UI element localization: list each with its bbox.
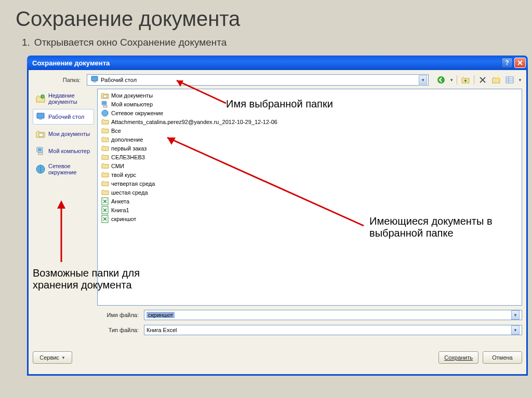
annotation-possible-folders: Возможные папки для хранения документа: [33, 267, 140, 291]
excel-icon: [101, 197, 109, 205]
place-mycomputer[interactable]: Мой компьютер: [33, 143, 94, 159]
svg-rect-4: [506, 77, 513, 83]
file-list[interactable]: Мои документы Мой компьютер Сетевое окру…: [97, 89, 522, 306]
folder-label: Папка:: [33, 77, 83, 83]
place-recent[interactable]: Недавние документы: [33, 90, 94, 107]
window-title: Сохранение документа: [32, 59, 110, 67]
save-button[interactable]: Сохранить: [438, 351, 478, 364]
titlebar: Сохранение документа ?: [27, 56, 528, 70]
list-item[interactable]: СЕЛЕЗНЕВ3: [101, 153, 518, 161]
list-item[interactable]: Анкета: [101, 197, 518, 205]
mydocs-icon: [35, 129, 46, 139]
place-mydocs[interactable]: Мои документы: [33, 126, 94, 142]
delete-icon[interactable]: [477, 75, 488, 85]
svg-rect-10: [39, 119, 42, 120]
list-item[interactable]: четвертая среда: [101, 179, 518, 188]
desktop-icon: [35, 112, 46, 122]
svg-rect-9: [37, 113, 44, 118]
folder-combo-value: Рабочий стол: [101, 77, 419, 83]
close-button[interactable]: [514, 58, 526, 68]
annotation-existing-docs: Имеющиеся документы в выбранной папке: [369, 215, 510, 239]
list-item-label: СЕЛЕЗНЕВ3: [111, 154, 145, 160]
help-button[interactable]: ?: [501, 58, 513, 68]
bullet-number: 1.: [22, 37, 30, 48]
folder-icon: [101, 180, 109, 188]
list-item-label: скриншот: [111, 216, 136, 222]
list-item[interactable]: дополнение: [101, 135, 518, 144]
network-icon: [101, 109, 109, 117]
filetype-dropdown-arrow[interactable]: ▼: [511, 325, 520, 335]
computer-icon: [101, 100, 109, 108]
svg-rect-13: [38, 148, 42, 151]
annotation-folder-name: Имя выбранной папки: [226, 98, 333, 110]
svg-point-2: [437, 76, 445, 84]
place-label: Мои документы: [48, 131, 91, 137]
folder-icon: [101, 171, 109, 179]
svg-rect-1: [93, 81, 96, 83]
filetype-value: Книга Excel: [147, 327, 177, 333]
place-label: Недавние документы: [48, 92, 91, 105]
place-label: Рабочий стол: [48, 114, 91, 120]
place-label: Сетевое окружение: [48, 163, 91, 175]
mydocs-icon: [101, 91, 109, 100]
svg-point-3: [497, 77, 500, 80]
list-item-label: Все: [111, 128, 121, 134]
list-item[interactable]: Attachments_catalina.perez92@yandex.ru_2…: [101, 117, 518, 126]
filename-label: Имя файла:: [33, 312, 144, 318]
list-item[interactable]: Все: [101, 126, 518, 135]
folder-icon: [101, 153, 109, 161]
filetype-input[interactable]: Книга Excel ▼: [144, 325, 522, 335]
slide-title: Сохранение документа: [16, 7, 516, 31]
up-folder-icon[interactable]: [460, 75, 471, 85]
list-item-label: твой курс: [111, 172, 136, 178]
folder-icon: [101, 188, 109, 197]
folder-icon: [101, 127, 109, 135]
place-desktop[interactable]: Рабочий стол: [33, 109, 94, 125]
views-icon[interactable]: [504, 75, 515, 85]
filename-input[interactable]: скриншот ▼: [144, 310, 522, 320]
network-icon: [35, 164, 46, 174]
list-item[interactable]: шестая среда: [101, 188, 518, 197]
place-label: Мой компьютер: [48, 148, 91, 154]
list-item[interactable]: первый заказ: [101, 144, 518, 153]
list-item-label: дополнение: [111, 136, 143, 143]
computer-icon: [35, 146, 46, 156]
folder-icon: [101, 162, 109, 170]
list-item[interactable]: СМИ: [101, 161, 518, 170]
excel-icon: [101, 215, 109, 223]
list-item-label: первый заказ: [111, 145, 147, 152]
list-item-label: четвертая среда: [111, 181, 155, 187]
bullet-row: 1. Открывается окно Сохранение документа: [22, 37, 516, 48]
list-item-label: Мой компьютер: [111, 101, 153, 107]
list-item-label: Анкета: [111, 198, 129, 204]
history-icon: [35, 93, 46, 104]
folder-combo[interactable]: Рабочий стол ▼: [87, 74, 429, 86]
service-button[interactable]: Сервис▼: [33, 351, 72, 364]
cancel-button[interactable]: Отмена: [483, 351, 522, 364]
list-item[interactable]: Книга1: [101, 205, 518, 214]
excel-icon: [101, 206, 109, 214]
new-folder-icon[interactable]: [491, 75, 501, 85]
svg-point-20: [102, 110, 108, 116]
svg-rect-19: [103, 105, 107, 107]
folder-dropdown-arrow[interactable]: ▼: [419, 75, 427, 85]
list-item-label: Мои документы: [111, 92, 153, 99]
folder-icon: [101, 118, 109, 126]
place-network[interactable]: Сетевое окружение: [33, 160, 94, 178]
filename-value: скриншот: [147, 312, 175, 318]
svg-rect-0: [91, 76, 98, 81]
filename-dropdown-arrow[interactable]: ▼: [511, 310, 520, 320]
list-item[interactable]: твой курс: [101, 170, 518, 179]
list-item-label: СМИ: [111, 163, 124, 169]
svg-rect-14: [38, 153, 43, 155]
folder-icon: [101, 144, 109, 153]
svg-rect-11: [39, 133, 43, 136]
svg-rect-18: [102, 102, 106, 104]
desktop-icon: [90, 75, 99, 85]
filetype-label: Тип файла:: [33, 327, 144, 333]
bullet-text: Открывается окно Сохранение документа: [34, 37, 227, 48]
back-icon[interactable]: [436, 75, 446, 85]
list-item-label: Книга1: [111, 207, 129, 213]
svg-rect-16: [103, 95, 107, 98]
list-item-label: Сетевое окружение: [111, 110, 163, 116]
